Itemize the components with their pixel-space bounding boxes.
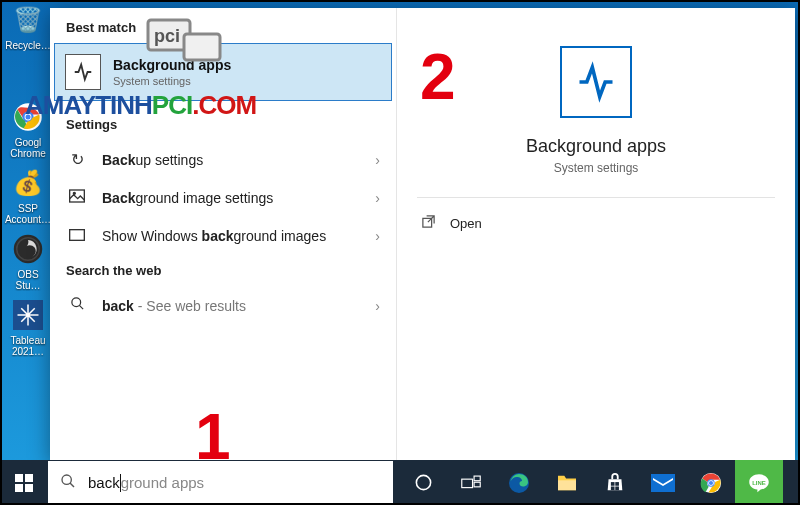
best-match-result[interactable]: Background apps System settings [54, 43, 392, 101]
image-icon [66, 189, 88, 207]
obs-icon [10, 231, 46, 267]
svg-point-4 [14, 235, 43, 264]
start-button[interactable] [0, 460, 48, 505]
search-preview-pane: Background apps System settings Open [397, 8, 795, 460]
chrome-icon [10, 99, 46, 135]
svg-rect-24 [615, 486, 619, 490]
result-backup-settings[interactable]: ↻ Backup settings › [50, 140, 396, 179]
svg-rect-25 [651, 474, 675, 492]
svg-rect-22 [615, 482, 619, 486]
search-results-column: Best match Background apps System settin… [50, 8, 397, 460]
section-header-web: Search the web [50, 255, 396, 286]
taskbar-app-file-explorer[interactable] [543, 460, 591, 505]
svg-rect-12 [70, 230, 85, 241]
cortana-button[interactable] [399, 460, 447, 505]
preview-title: Background apps [526, 136, 666, 157]
desktop-icons-column: 🗑️ Recycle… Googl Chrome 💰 SSP Account… … [4, 0, 54, 359]
result-background-image-settings[interactable]: Background image settings › [50, 179, 396, 217]
desktop-icon-tableau[interactable]: Tableau 2021… [4, 295, 52, 359]
taskbar-search-box[interactable]: back [48, 461, 393, 504]
section-header-settings: Settings [50, 109, 396, 140]
preview-activity-icon [560, 46, 632, 118]
open-icon [421, 214, 436, 232]
result-text: back - See web results [102, 298, 375, 314]
svg-point-15 [62, 475, 71, 484]
svg-rect-23 [611, 486, 615, 490]
chevron-right-icon: › [375, 190, 380, 206]
rectangle-icon [66, 227, 88, 245]
desktop-icon-chrome[interactable]: Googl Chrome [4, 97, 52, 161]
open-label: Open [450, 216, 482, 231]
search-typed-text: back [88, 474, 120, 491]
svg-rect-18 [474, 476, 480, 481]
result-show-windows-background-images[interactable]: Show Windows background images › [50, 217, 396, 255]
tableau-icon [10, 297, 46, 333]
svg-rect-21 [611, 482, 615, 486]
best-match-subtitle: System settings [113, 75, 231, 87]
chevron-right-icon: › [375, 152, 380, 168]
preview-subtitle: System settings [554, 161, 639, 175]
result-text: Backup settings [102, 152, 375, 168]
start-search-panel: Best match Background apps System settin… [50, 8, 795, 460]
svg-point-3 [26, 115, 31, 120]
result-web-back[interactable]: back - See web results › [50, 286, 396, 325]
windows-logo-icon [15, 474, 33, 492]
history-icon: ↻ [66, 150, 88, 169]
desktop-icon-obs[interactable]: OBS Stu… [4, 229, 52, 293]
taskbar-app-edge[interactable] [495, 460, 543, 505]
taskbar-pinned-apps: LINE [399, 460, 783, 505]
svg-rect-19 [474, 482, 480, 487]
search-input[interactable] [121, 474, 393, 491]
svg-point-13 [71, 298, 80, 307]
chevron-right-icon: › [375, 298, 380, 314]
svg-point-11 [73, 192, 75, 194]
ssp-icon: 💰 [10, 165, 46, 201]
taskbar-app-mail[interactable] [639, 460, 687, 505]
taskbar: back LINE [0, 460, 800, 505]
svg-rect-17 [462, 479, 473, 487]
result-text: Show Windows background images [102, 228, 375, 244]
task-view-button[interactable] [447, 460, 495, 505]
search-icon [66, 296, 88, 315]
best-match-title: Background apps [113, 57, 231, 73]
divider [417, 197, 775, 198]
search-icon [60, 473, 76, 493]
section-header-best-match: Best match [50, 12, 396, 43]
svg-text:LINE: LINE [752, 479, 766, 485]
taskbar-app-line[interactable]: LINE [735, 460, 783, 505]
activity-icon [65, 54, 101, 90]
desktop-icon-ssp[interactable]: 💰 SSP Account… [4, 163, 52, 227]
desktop-icon-recycle-bin[interactable]: 🗑️ Recycle… [4, 0, 52, 53]
chevron-right-icon: › [375, 228, 380, 244]
taskbar-app-store[interactable] [591, 460, 639, 505]
result-text: Background image settings [102, 190, 375, 206]
svg-point-16 [416, 475, 430, 489]
recycle-bin-icon: 🗑️ [10, 2, 46, 38]
preview-action-open[interactable]: Open [421, 214, 482, 232]
svg-point-29 [709, 480, 713, 484]
taskbar-app-chrome[interactable] [687, 460, 735, 505]
